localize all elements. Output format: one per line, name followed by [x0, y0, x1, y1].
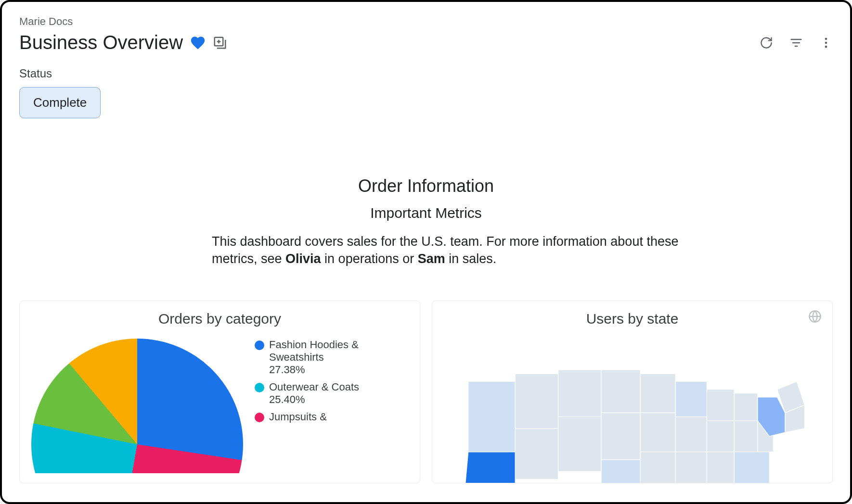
chart-title-right: Users by state	[444, 311, 821, 327]
us-map[interactable]	[444, 339, 821, 483]
globe-icon[interactable]	[808, 310, 822, 323]
svg-point-5	[825, 41, 827, 44]
legend-item-3[interactable]: Jumpsuits &	[255, 411, 361, 423]
svg-point-4	[825, 38, 827, 40]
desc-bold-1: Olivia	[285, 252, 321, 266]
svg-rect-18	[640, 413, 675, 452]
svg-rect-21	[675, 416, 707, 452]
breadcrumb[interactable]: Marie Docs	[19, 15, 833, 28]
refresh-icon[interactable]	[760, 36, 773, 50]
orders-by-category-card: Orders by category Fashion Hoodies & Swe…	[19, 301, 420, 483]
heart-icon[interactable]	[190, 35, 206, 51]
chart-title-left: Orders by category	[31, 311, 408, 327]
desc-text-3: in sales.	[445, 252, 497, 266]
pie-chart	[31, 339, 243, 473]
filter-icon[interactable]	[789, 36, 803, 50]
svg-rect-19	[640, 452, 675, 483]
svg-rect-23	[707, 390, 734, 421]
svg-rect-10	[515, 374, 558, 428]
svg-rect-15	[601, 413, 640, 460]
svg-point-6	[825, 45, 827, 48]
svg-marker-34	[464, 452, 515, 483]
toolbar	[760, 36, 833, 50]
legend-item-1[interactable]: Fashion Hoodies & Sweatshirts 27.38%	[255, 339, 361, 376]
section-title: Order Information	[19, 176, 833, 196]
legend-label: Jumpsuits &	[269, 411, 327, 423]
svg-rect-25	[707, 452, 734, 483]
svg-rect-26	[734, 393, 758, 421]
legend-label: Fashion Hoodies & Sweatshirts 27.38%	[269, 339, 361, 376]
svg-rect-12	[558, 370, 601, 417]
svg-rect-38	[675, 381, 707, 416]
pie-wrap: Fashion Hoodies & Sweatshirts 27.38% Out…	[31, 339, 408, 473]
title-row: Business Overview	[19, 32, 833, 53]
svg-rect-24	[707, 421, 734, 452]
status-chip[interactable]: Complete	[19, 87, 101, 118]
section-header: Order Information Important Metrics This…	[19, 176, 833, 268]
status-label: Status	[19, 67, 833, 80]
add-to-collection-icon[interactable]	[213, 36, 227, 50]
legend-dot-icon	[255, 413, 264, 422]
svg-rect-14	[601, 370, 640, 413]
svg-rect-13	[558, 416, 601, 471]
desc-bold-2: Sam	[418, 252, 445, 266]
legend: Fashion Hoodies & Sweatshirts 27.38% Out…	[255, 339, 361, 423]
svg-rect-17	[640, 374, 675, 413]
legend-item-2[interactable]: Outerwear & Coats 25.40%	[255, 381, 361, 406]
legend-label: Outerwear & Coats 25.40%	[269, 381, 361, 406]
more-icon[interactable]	[819, 36, 833, 50]
desc-text-2: in operations or	[321, 252, 418, 266]
legend-dot-icon	[255, 340, 264, 350]
svg-rect-27	[734, 421, 758, 452]
section-subtitle: Important Metrics	[19, 205, 833, 221]
svg-rect-39	[734, 452, 769, 483]
svg-rect-36	[468, 381, 515, 452]
svg-rect-11	[515, 428, 558, 479]
page-title: Business Overview	[19, 32, 183, 53]
dashboard-frame: Marie Docs Business Overview Status Comp…	[0, 0, 852, 504]
users-by-state-card: Users by state	[432, 301, 833, 483]
svg-rect-37	[601, 460, 640, 483]
legend-dot-icon	[255, 383, 264, 392]
svg-rect-22	[675, 452, 707, 483]
section-description: This dashboard covers sales for the U.S.…	[130, 233, 722, 268]
charts-row: Orders by category Fashion Hoodies & Swe…	[19, 301, 833, 483]
